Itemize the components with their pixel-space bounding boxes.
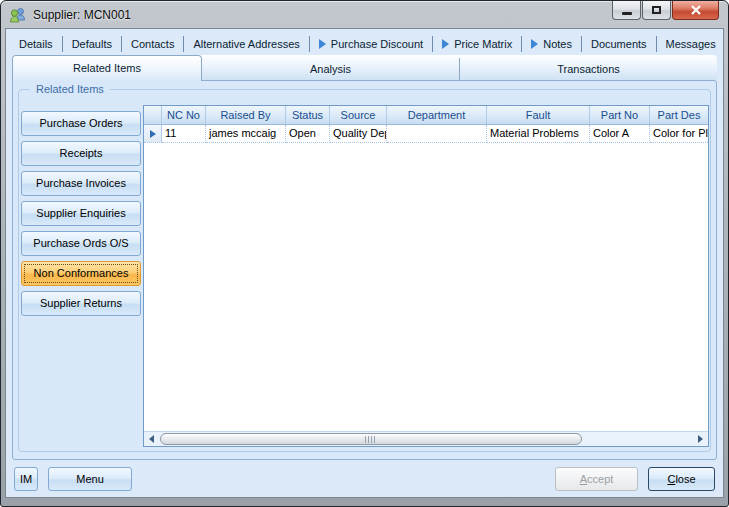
- tab-transactions[interactable]: Transactions: [460, 58, 717, 80]
- tab-purchase-discount[interactable]: Purchase Discount: [310, 36, 433, 52]
- column-header-part-no[interactable]: Part No: [590, 106, 650, 124]
- close-icon: [691, 5, 701, 15]
- cell-part-no: Color A: [590, 125, 650, 143]
- tab-label: Contacts: [131, 38, 174, 50]
- groupbox-title: Related Items: [30, 82, 110, 97]
- minimize-icon: [622, 12, 632, 15]
- table-row[interactable]: 11 james mccaig Open Quality Dept Materi…: [144, 125, 708, 143]
- supplier-window: Supplier: MCN001 Details Defaults Contac…: [0, 0, 729, 507]
- receipts-button[interactable]: Receipts: [21, 141, 141, 166]
- close-window-button[interactable]: [672, 1, 719, 20]
- column-header-status[interactable]: Status: [286, 106, 330, 124]
- tab-analysis[interactable]: Analysis: [202, 58, 460, 80]
- arrow-right-icon: [698, 435, 703, 443]
- tab-contacts[interactable]: Contacts: [122, 36, 184, 52]
- column-header-fault[interactable]: Fault: [487, 106, 590, 124]
- tab-defaults[interactable]: Defaults: [63, 36, 122, 52]
- row-selector-cell: [144, 125, 162, 143]
- scrollbar-track[interactable]: [159, 432, 693, 446]
- supplier-returns-button[interactable]: Supplier Returns: [21, 291, 141, 316]
- menu-button[interactable]: Menu: [48, 467, 132, 491]
- thumb-grip-icon: [365, 436, 376, 443]
- scroll-left-button[interactable]: [144, 432, 159, 446]
- cell-status: Open: [286, 125, 330, 143]
- tab-label: Purchase Discount: [331, 38, 423, 50]
- purchase-ords-os-button[interactable]: Purchase Ords O/S: [21, 231, 141, 256]
- column-header-source[interactable]: Source: [330, 106, 387, 124]
- tab-label: Notes: [543, 38, 572, 50]
- cell-source: Quality Dept: [330, 125, 387, 143]
- window-controls: [611, 1, 719, 20]
- cell-part-des: Color for Plas: [650, 125, 708, 143]
- column-header-part-des[interactable]: Part Des: [650, 106, 708, 124]
- play-arrow-icon: [442, 39, 449, 49]
- tab-alternative-addresses[interactable]: Alternative Addresses: [184, 36, 309, 52]
- scrollbar-thumb[interactable]: [160, 433, 582, 445]
- tab-label: Messages: [666, 38, 716, 50]
- tab-label: Alternative Addresses: [193, 38, 299, 50]
- related-items-page: Related Items Purchase Orders Receipts P…: [12, 80, 717, 460]
- accept-button: Accept: [555, 467, 638, 491]
- row-selector-header: [144, 106, 162, 124]
- supplier-enquiries-button[interactable]: Supplier Enquiries: [21, 201, 141, 226]
- related-items-nav: Purchase Orders Receipts Purchase Invoic…: [21, 111, 143, 321]
- column-header-nc-no[interactable]: NC No: [162, 106, 206, 124]
- im-button[interactable]: IM: [14, 467, 38, 491]
- footer-bar: IM Menu Accept Close: [12, 466, 717, 492]
- tab-label: Defaults: [72, 38, 112, 50]
- tab-strip-secondary: Related Items Analysis Transactions: [12, 55, 717, 80]
- column-header-department[interactable]: Department: [387, 106, 487, 124]
- maximize-button[interactable]: [642, 1, 671, 20]
- tab-notes[interactable]: Notes: [522, 36, 582, 52]
- scroll-right-button[interactable]: [693, 432, 708, 446]
- tab-related-items[interactable]: Related Items: [12, 55, 202, 81]
- arrow-left-icon: [149, 435, 154, 443]
- minimize-button[interactable]: [612, 1, 641, 20]
- grid-header-row: NC No Raised By Status Source Department…: [144, 106, 708, 125]
- tab-price-matrix[interactable]: Price Matrix: [433, 36, 522, 52]
- accept-label: Accept: [556, 473, 637, 485]
- tab-label: Price Matrix: [454, 38, 512, 50]
- close-label: Close: [649, 473, 714, 485]
- tab-label: Documents: [591, 38, 647, 50]
- current-row-arrow-icon: [150, 130, 156, 138]
- maximize-icon: [652, 6, 661, 14]
- tab-messages[interactable]: Messages: [657, 36, 725, 52]
- play-arrow-icon: [531, 39, 538, 49]
- close-button[interactable]: Close: [648, 467, 715, 491]
- purchase-orders-button[interactable]: Purchase Orders: [21, 111, 141, 136]
- non-conformances-grid: NC No Raised By Status Source Department…: [143, 105, 709, 447]
- purchase-invoices-button[interactable]: Purchase Invoices: [21, 171, 141, 196]
- tab-documents[interactable]: Documents: [582, 36, 657, 52]
- client-area: Details Defaults Contacts Alternative Ad…: [5, 28, 724, 498]
- non-conformances-button[interactable]: Non Conformances: [21, 261, 141, 286]
- window-title: Supplier: MCN001: [33, 8, 131, 22]
- horizontal-scrollbar: [144, 431, 708, 446]
- tab-strip-top: Details Defaults Contacts Alternative Ad…: [10, 33, 719, 55]
- users-icon: [9, 7, 27, 23]
- play-arrow-icon: [319, 39, 326, 49]
- cell-fault: Material Problems: [487, 125, 590, 143]
- cell-nc-no: 11: [162, 125, 206, 143]
- tab-details[interactable]: Details: [10, 36, 63, 52]
- cell-department: [387, 125, 487, 143]
- tab-label: Details: [19, 38, 53, 50]
- cell-raised-by: james mccaig: [206, 125, 286, 143]
- column-header-raised-by[interactable]: Raised By: [206, 106, 286, 124]
